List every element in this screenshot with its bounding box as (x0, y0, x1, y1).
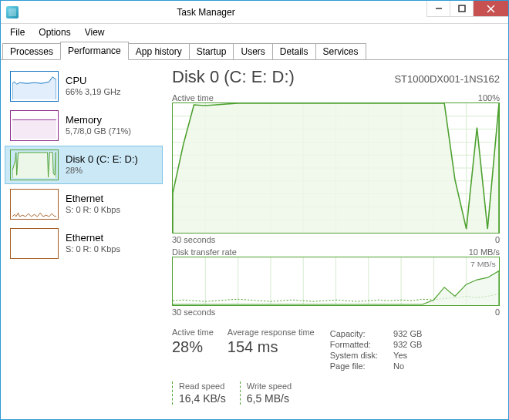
sidebar-item-label: Memory (66, 114, 131, 126)
sidebar-item-sub: S: 0 R: 0 Kbps (66, 205, 120, 216)
sidebar-item-sub: 28% (66, 166, 138, 176)
chart2-xright: 0 (495, 307, 500, 317)
stat-avg-resp-label: Average response time (228, 328, 315, 337)
chart2-innerlabel: 7 MB/s (470, 260, 496, 268)
stat-read-label: Read speed (179, 381, 226, 391)
memory-thumb-icon (10, 110, 59, 141)
sidebar-item-sub: 5,7/8,0 GB (71%) (66, 126, 131, 137)
tab-strip: Processes Performance App history Startu… (1, 41, 508, 60)
menubar: File Options View (1, 24, 508, 41)
stat-active-time-value: 28% (172, 338, 214, 356)
disk-model: ST1000DX001-1NS162 (394, 73, 500, 85)
sidebar-item-disk0[interactable]: Disk 0 (C: E: D:)28% (5, 146, 163, 184)
meta-pagefile-value: No (393, 361, 422, 371)
minimize-button[interactable] (426, 1, 450, 17)
chart1-xleft: 30 seconds (172, 235, 215, 244)
chart2-max: 10 MB/s (469, 247, 500, 257)
stat-avg-resp-value: 154 ms (228, 338, 315, 356)
svg-rect-1 (459, 5, 465, 12)
meta-capacity-value: 932 GB (393, 329, 422, 338)
chart2-label: Disk transfer rate (172, 247, 237, 257)
menu-view[interactable]: View (78, 25, 112, 40)
sidebar-item-cpu[interactable]: CPU66% 3,19 GHz (5, 67, 163, 106)
sidebar-item-ethernet-2[interactable]: EthernetS: 0 R: 0 Kbps (5, 224, 163, 263)
sidebar-item-label: Ethernet (66, 232, 120, 244)
app-icon (6, 6, 19, 18)
meta-systemdisk-label: System disk: (330, 351, 392, 360)
cpu-thumb-icon (10, 71, 59, 102)
sidebar-item-ethernet-1[interactable]: EthernetS: 0 R: 0 Kbps (5, 185, 163, 223)
close-button[interactable] (473, 1, 508, 17)
maximize-button[interactable] (450, 1, 473, 17)
ethernet-thumb-icon (10, 189, 59, 220)
ethernet-thumb-icon (10, 228, 59, 259)
chart1-label: Active time (172, 93, 214, 102)
task-manager-window: Task Manager File Options View Processes… (0, 0, 509, 420)
transfer-rate-chart: 7 MB/s (172, 257, 500, 306)
sidebar-item-label: Disk 0 (C: E: D:) (66, 153, 138, 166)
titlebar[interactable]: Task Manager (1, 1, 508, 24)
stat-read-value: 16,4 KB/s (179, 392, 226, 405)
svg-rect-4 (12, 119, 56, 139)
meta-formatted-label: Formatted: (330, 340, 392, 349)
menu-file[interactable]: File (3, 25, 32, 40)
tab-performance[interactable]: Performance (60, 42, 129, 60)
window-title: Task Manager (24, 7, 426, 18)
tab-services[interactable]: Services (315, 43, 366, 59)
chart2-xleft: 30 seconds (172, 307, 215, 317)
sidebar: CPU66% 3,19 GHz Memory5,7/8,0 GB (71%) D… (5, 67, 163, 415)
sidebar-item-memory[interactable]: Memory5,7/8,0 GB (71%) (5, 106, 163, 145)
tab-details[interactable]: Details (272, 43, 316, 59)
tab-processes[interactable]: Processes (2, 43, 61, 59)
tab-app-history[interactable]: App history (128, 43, 190, 59)
menu-options[interactable]: Options (32, 25, 77, 40)
stat-active-time-label: Active time (172, 328, 214, 337)
meta-systemdisk-value: Yes (393, 351, 422, 360)
disk-meta-table: Capacity: 932 GB Formatted: 932 GB Syste… (329, 328, 424, 372)
meta-pagefile-label: Page file: (330, 361, 392, 371)
stat-write-value: 6,5 MB/s (247, 392, 292, 405)
tab-users[interactable]: Users (233, 43, 272, 59)
tab-startup[interactable]: Startup (189, 43, 234, 59)
active-time-chart (172, 102, 500, 234)
meta-capacity-label: Capacity: (330, 329, 392, 338)
meta-formatted-value: 932 GB (393, 340, 422, 349)
main-title: Disk 0 (C: E: D:) (172, 67, 295, 87)
main-panel: Disk 0 (C: E: D:) ST1000DX001-1NS162 Act… (172, 67, 504, 415)
stat-write-label: Write speed (247, 381, 292, 391)
disk-thumb-icon (10, 150, 59, 180)
chart1-max: 100% (478, 93, 500, 102)
content-area: CPU66% 3,19 GHz Memory5,7/8,0 GB (71%) D… (1, 60, 508, 419)
sidebar-item-sub: S: 0 R: 0 Kbps (66, 244, 120, 255)
sidebar-item-sub: 66% 3,19 GHz (66, 87, 121, 98)
chart1-xright: 0 (495, 235, 500, 244)
sidebar-item-label: Ethernet (66, 193, 120, 205)
sidebar-item-label: CPU (66, 75, 121, 87)
